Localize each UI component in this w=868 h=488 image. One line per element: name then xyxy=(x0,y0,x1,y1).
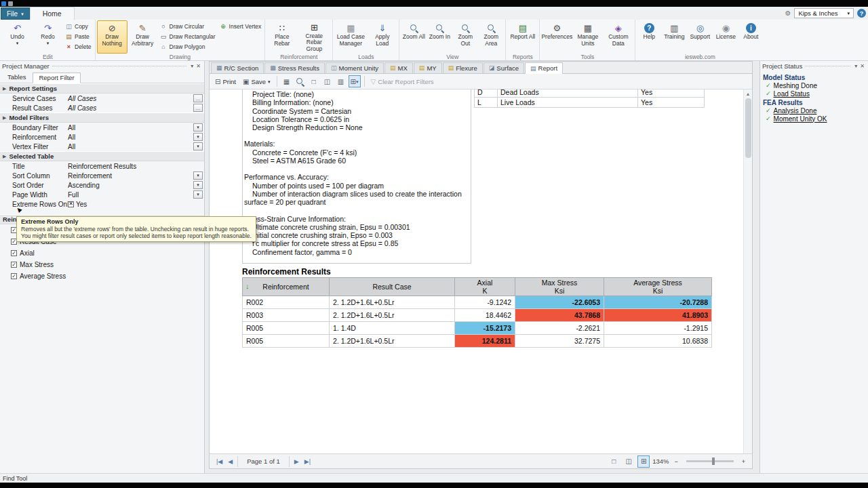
dropdown-button[interactable]: ▾ xyxy=(193,190,203,199)
support-button[interactable]: ◎ Support xyxy=(687,20,713,54)
copy-button[interactable]: ◫ Copy xyxy=(63,21,94,31)
license-button[interactable]: ◉ License xyxy=(713,20,738,54)
dropdown-button[interactable]: ▾ xyxy=(193,171,203,180)
tab-rc-section[interactable]: ▦ R/C Section xyxy=(211,62,264,73)
custom-data-button[interactable]: ◈ Custom Data xyxy=(603,20,633,54)
redo-button[interactable]: ↷ Redo ▾ xyxy=(33,20,63,54)
zoom-slider[interactable] xyxy=(686,460,734,462)
zoom-slider-thumb[interactable] xyxy=(712,458,715,465)
tab-mx[interactable]: ▤ MX xyxy=(384,62,413,73)
zoom-in-button[interactable]: Zoom In xyxy=(427,20,452,54)
single-page-view-button[interactable]: □ xyxy=(608,455,620,468)
draw-circular-button[interactable]: ○ Draw Circular xyxy=(158,21,218,31)
undo-button[interactable]: ↶ Undo ▾ xyxy=(2,20,33,54)
column-header-average-stress[interactable]: Average Stress Ksi xyxy=(604,278,712,296)
help-button[interactable]: ? Help xyxy=(637,20,661,54)
single-page-view-button[interactable]: □ xyxy=(308,75,320,87)
insert-vertex-button[interactable]: ⊕ Insert Vertex xyxy=(218,21,264,31)
zoom-out-button[interactable]: Zoom Out xyxy=(452,20,478,54)
column-checkbox-average-stress[interactable]: ✓ Average Stress xyxy=(0,270,204,282)
column-header-axial[interactable]: Axial K xyxy=(455,278,515,296)
column-checkbox-axial[interactable]: ✓ Axial xyxy=(0,247,204,259)
reinforcement-filter-value[interactable]: All xyxy=(68,134,192,141)
column-header-reinforcement[interactable]: ↓ Reinforcement xyxy=(243,278,330,296)
tab-report[interactable]: ▤ Report xyxy=(525,62,563,74)
place-rebar-button[interactable]: ∷ Place Rebar xyxy=(267,20,297,54)
tab-report-filter[interactable]: Report Filter xyxy=(33,73,80,83)
tab-flexure[interactable]: ▤ Flexure xyxy=(443,62,483,73)
dropdown-button[interactable]: ▾ xyxy=(193,133,203,141)
zoom-out-button[interactable]: − xyxy=(671,458,680,465)
manage-units-button[interactable]: ▦ Manage Units xyxy=(572,20,603,54)
draw-arbitrary-button[interactable]: ✎ Draw Arbitrary xyxy=(127,20,158,54)
draw-polygon-button[interactable]: ⌂ Draw Polygon xyxy=(158,41,218,52)
table-title-value[interactable]: Reinforcement Results xyxy=(68,163,203,170)
status-item-moment-unity-ok[interactable]: ✓ Moment Unity OK xyxy=(763,115,865,123)
unit-settings-icon[interactable]: ⚙ xyxy=(785,9,791,17)
result-cases-value[interactable]: All Cases xyxy=(68,104,192,112)
ellipsis-button[interactable]: … xyxy=(193,104,203,112)
column-header-max-stress[interactable]: Max Stress Ksi xyxy=(515,278,604,296)
chevron-down-icon[interactable]: ▾ xyxy=(189,63,195,69)
section-report-settings[interactable]: ▶ Report Settings xyxy=(0,83,204,94)
two-page-view-button[interactable]: ◫ xyxy=(623,455,635,468)
grid-view-button[interactable]: ⊞▾ xyxy=(349,75,361,87)
tab-tables[interactable]: Tables xyxy=(1,72,32,83)
apply-load-button[interactable]: ⇓ Apply Load xyxy=(367,20,397,54)
continuous-view-button[interactable]: ▥ xyxy=(335,75,347,87)
sort-order-value[interactable]: Ascending xyxy=(68,182,192,189)
service-cases-value[interactable]: All Cases xyxy=(68,95,192,102)
scrollbar-thumb[interactable] xyxy=(745,98,751,158)
two-page-view-button[interactable]: ◫ xyxy=(321,75,334,87)
close-icon[interactable]: ✕ xyxy=(859,63,866,69)
vertical-scrollbar[interactable]: ▲ xyxy=(743,89,752,453)
load-case-manager-button[interactable]: ▦ Load Case Manager xyxy=(334,20,367,54)
units-selector[interactable]: Kips & Inches ▾ xyxy=(794,8,854,18)
chevron-down-icon[interactable]: ▾ xyxy=(853,63,859,69)
checkbox-checked-icon[interactable]: ✕ xyxy=(68,201,74,207)
zoom-all-button[interactable]: Zoom All xyxy=(401,20,427,54)
delete-button[interactable]: × Delete xyxy=(63,41,94,52)
sort-column-value[interactable]: Reinforcement xyxy=(68,172,192,180)
section-model-filters[interactable]: ▶ Model Filters xyxy=(0,113,204,123)
dropdown-button[interactable]: ▾ xyxy=(193,142,203,150)
checkbox-checked-icon[interactable]: ✓ xyxy=(11,250,17,256)
checkbox-checked-icon[interactable]: ✓ xyxy=(11,262,17,268)
grid-view-button[interactable]: ⊞ xyxy=(637,455,650,468)
zoom-in-button[interactable]: + xyxy=(739,458,748,465)
checkbox-checked-icon[interactable]: ✓ xyxy=(11,273,17,279)
status-item-load-status[interactable]: ✓ Load Status xyxy=(763,89,865,98)
ellipsis-button[interactable]: … xyxy=(193,94,203,102)
dropdown-button[interactable]: ▾ xyxy=(193,181,203,189)
help-icon[interactable]: ? xyxy=(857,9,866,18)
training-button[interactable]: ▥ Training xyxy=(661,20,687,54)
previous-page-button[interactable]: ◀ xyxy=(225,458,235,465)
boundary-filter-value[interactable]: All xyxy=(68,124,192,131)
paste-button[interactable]: ▤ Paste xyxy=(63,31,94,41)
close-icon[interactable]: ✕ xyxy=(195,63,202,69)
menu-icon[interactable] xyxy=(8,1,13,6)
scroll-up-icon[interactable]: ▲ xyxy=(746,89,751,98)
create-rebar-group-button[interactable]: ⊞ Create Rebar Group xyxy=(297,20,331,54)
draw-rectangular-button[interactable]: ▭ Draw Rectangular xyxy=(158,31,218,41)
tab-stress-results[interactable]: ▩ Stress Results xyxy=(264,62,325,73)
section-selected-table[interactable]: ▶ Selected Table xyxy=(0,151,204,161)
find-button[interactable] xyxy=(294,75,307,87)
report-all-button[interactable]: ▤ Report All xyxy=(507,20,538,54)
table-options-button[interactable]: ▦ xyxy=(281,75,293,87)
first-page-button[interactable]: |◀ xyxy=(214,458,225,465)
preferences-button[interactable]: ⚙ Preferences xyxy=(541,20,572,54)
column-header-result-case[interactable]: Result Case xyxy=(330,278,455,296)
tab-surface[interactable]: ◪ Surface xyxy=(484,62,524,73)
status-item-analysis-done[interactable]: ✓ Analysis Done xyxy=(763,106,865,115)
next-page-button[interactable]: ▶ xyxy=(292,458,302,465)
page-width-value[interactable]: Full xyxy=(68,191,192,199)
tab-my[interactable]: ▤ MY xyxy=(414,62,442,73)
zoom-area-button[interactable]: Zoom Area xyxy=(478,20,504,54)
vertex-filter-value[interactable]: All xyxy=(68,143,192,150)
clear-report-filters-button[interactable]: ▽ Clear Report Filters xyxy=(368,77,437,87)
dropdown-button[interactable]: ▾ xyxy=(193,123,203,131)
print-button[interactable]: ⊟ Print xyxy=(212,77,239,87)
tab-home[interactable]: Home xyxy=(30,7,75,20)
draw-nothing-button[interactable]: ⊘ Draw Nothing xyxy=(97,20,127,54)
